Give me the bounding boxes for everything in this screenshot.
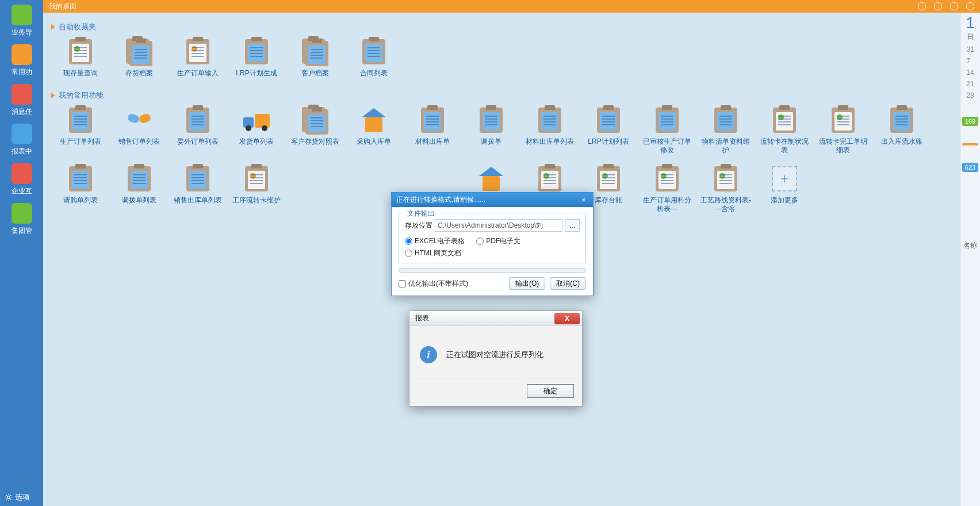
- section-functions-header[interactable]: 我的常用功能: [51, 90, 952, 101]
- ok-button[interactable]: 确定: [527, 384, 574, 398]
- user-icon[interactable]: [918, 2, 926, 10]
- tile-func-grid-25[interactable]: 生产订单用料分析表---: [638, 165, 696, 213]
- radio-pdf[interactable]: PDF电子文: [476, 236, 520, 246]
- tile-label: 合同列表: [360, 69, 388, 78]
- clip-blue-icon: [243, 38, 270, 66]
- path-input[interactable]: [435, 219, 562, 232]
- tile-fav-grid-0[interactable]: 现存量查询: [51, 38, 110, 78]
- tile-func-grid-12[interactable]: 流转卡在制状况表: [755, 106, 814, 155]
- sidebar-options[interactable]: 选项: [5, 492, 30, 503]
- dialog-close-icon[interactable]: ×: [579, 196, 588, 204]
- calendar-cell[interactable]: 14: [966, 68, 974, 76]
- tile-fav-grid-5[interactable]: 合同列表: [344, 38, 403, 78]
- tile-func-grid-18[interactable]: 工序流转卡维护: [227, 165, 286, 213]
- sidebar-item-0[interactable]: 业务导: [0, 0, 43, 40]
- favorites-grid: 现存量查询存货档案生产订单输入LRP计划生成客户档案合同列表: [51, 38, 952, 88]
- sidebar-item-1[interactable]: 常用功: [0, 40, 43, 79]
- calendar-cell[interactable]: 21: [966, 80, 974, 88]
- tile-label: 销售订单列表: [118, 137, 160, 146]
- calendar-day[interactable]: 1: [966, 14, 975, 32]
- fieldset-legend: 文件输出: [405, 209, 437, 218]
- browse-button[interactable]: ...: [565, 219, 580, 232]
- tile-fav-grid-1[interactable]: 存货档案: [110, 38, 169, 78]
- tile-func-grid-11[interactable]: 物料清单资料维护: [696, 106, 755, 155]
- tile-label: 客户存货对照表: [291, 137, 339, 146]
- calendar-cell[interactable]: 28: [966, 91, 974, 99]
- notify-badge[interactable]: 169: [962, 117, 978, 126]
- tile-func-grid-14[interactable]: 出入库流水账: [872, 106, 931, 155]
- radio-excel[interactable]: EXCEL电子表格: [405, 236, 465, 246]
- cancel-button[interactable]: 取消(C): [550, 277, 586, 290]
- help-icon[interactable]: [934, 2, 942, 10]
- sidebar-item-2[interactable]: 消息任: [0, 79, 43, 119]
- dialog-title: 正在进行转换格式,请稍候......: [396, 195, 485, 205]
- calendar-cell[interactable]: 31: [966, 45, 974, 53]
- sidebar-item-4[interactable]: 企业互: [0, 159, 43, 198]
- hands-icon: [125, 106, 153, 134]
- tile-func-grid-8[interactable]: 材料出库单列表: [520, 106, 579, 155]
- tile-label: 客户档案: [301, 69, 329, 78]
- calendar-cell[interactable]: 7: [966, 57, 974, 65]
- notify-badge[interactable]: 623: [962, 163, 978, 172]
- tile-label: LRP计划列表: [588, 137, 629, 146]
- message-titlebar[interactable]: 报表 X: [409, 311, 582, 326]
- sidebar-icon: [12, 203, 32, 224]
- optimize-checkbox[interactable]: 优化输出(不带样式): [399, 279, 468, 289]
- tile-func-grid-16[interactable]: 调拨单列表: [110, 165, 169, 213]
- file-output-dialog: 正在进行转换格式,请稍候...... × 文件输出 存放位置 ... EXCEL…: [391, 192, 594, 296]
- dialog-titlebar[interactable]: 正在进行转换格式,请稍候...... ×: [392, 193, 593, 207]
- sidebar-label: 常用功: [12, 67, 32, 77]
- triangle-icon: [51, 24, 55, 30]
- tile-func-grid-15[interactable]: 请购单列表: [51, 165, 110, 213]
- topbar: 我的桌面: [43, 0, 980, 13]
- tile-func-grid-0[interactable]: 生产订单列表: [51, 106, 110, 155]
- tile-func-grid-13[interactable]: 流转卡完工单明细表: [814, 106, 872, 155]
- tile-fav-grid-4[interactable]: 客户档案: [286, 38, 344, 78]
- section-functions-title: 我的常用功能: [59, 90, 104, 101]
- tile-fav-grid-2[interactable]: 生产订单输入: [169, 38, 227, 78]
- message-close-icon[interactable]: X: [554, 313, 580, 324]
- tile-func-grid-6[interactable]: 材料出库单: [403, 106, 462, 155]
- tile-label: 工艺路线资料表---含溶: [700, 196, 751, 213]
- clip-blue-icon: [595, 106, 622, 134]
- tile-func-grid-9[interactable]: LRP计划列表: [579, 106, 638, 155]
- house-icon: [360, 106, 388, 134]
- tile-func-grid-7[interactable]: 调拨单: [462, 106, 520, 155]
- notify-badge[interactable]: [962, 143, 978, 145]
- tile-func-grid-4[interactable]: 客户存货对照表: [286, 106, 344, 155]
- close-icon[interactable]: [966, 2, 974, 10]
- tile-label: 生产订单列表: [60, 137, 101, 146]
- tile-func-grid-2[interactable]: 委外订单列表: [169, 106, 227, 155]
- clip-blue-icon: [67, 106, 94, 134]
- clip-blue-icon: [184, 106, 212, 134]
- path-label: 存放位置: [405, 221, 432, 231]
- clip-blue-icon: [360, 38, 388, 66]
- sidebar-item-3[interactable]: 报表中: [0, 119, 43, 159]
- minimize-icon[interactable]: [950, 2, 958, 10]
- tile-label: 生产订单用料分析表---: [642, 196, 692, 213]
- tile-label: 采购入库单: [357, 137, 391, 146]
- tile-func-grid-27[interactable]: +添加更多: [755, 165, 814, 213]
- tile-label: 已审核生产订单修改: [642, 137, 692, 155]
- topbar-actions: [918, 2, 974, 10]
- tile-func-grid-17[interactable]: 销售出库单列表: [169, 165, 227, 213]
- radio-html[interactable]: HTML网页文档: [405, 248, 461, 258]
- tile-func-grid-1[interactable]: 销售订单列表: [110, 106, 169, 155]
- tile-label: 调拨单列表: [122, 196, 156, 205]
- sidebar-icon: [12, 44, 32, 65]
- tile-label: 请购单列表: [63, 196, 98, 205]
- section-favorites-header[interactable]: 自动收藏夹: [51, 22, 952, 32]
- tile-func-grid-26[interactable]: 工艺路线资料表---含溶: [696, 165, 755, 213]
- clip-blue-icon: [653, 106, 681, 134]
- export-button[interactable]: 输出(O): [509, 277, 545, 290]
- sidebar-label: 报表中: [12, 147, 32, 156]
- tile-func-grid-5[interactable]: 采购入库单: [344, 106, 403, 155]
- sidebar-icon: [12, 5, 32, 25]
- clip-dbl-icon: [301, 106, 329, 134]
- sidebar-item-5[interactable]: 集团管: [0, 198, 43, 238]
- calendar-weekday: 日: [967, 32, 974, 42]
- tile-fav-grid-3[interactable]: LRP计划生成: [227, 38, 286, 78]
- tile-func-grid-10[interactable]: 已审核生产订单修改: [638, 106, 696, 155]
- tile-func-grid-3[interactable]: 发货单列表: [227, 106, 286, 155]
- clip-dbl-icon: [125, 38, 153, 66]
